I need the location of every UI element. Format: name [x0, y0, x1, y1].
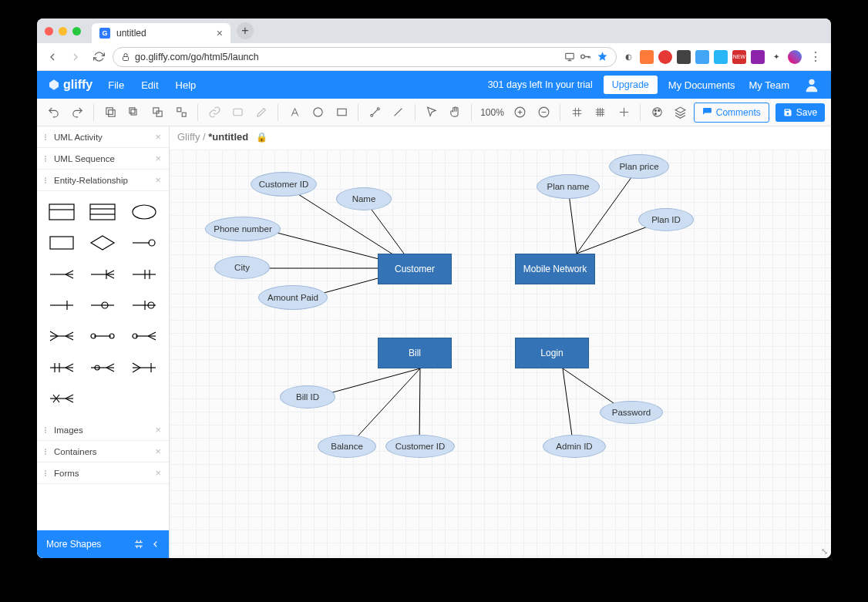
front-button[interactable] [123, 102, 145, 123]
edit-button[interactable] [251, 102, 273, 123]
ext-icon-5[interactable] [714, 50, 728, 64]
close-icon[interactable]: × [155, 424, 161, 436]
attr-password[interactable]: Password [600, 401, 663, 424]
reload-button[interactable] [89, 48, 108, 66]
avatar-icon[interactable] [788, 50, 802, 64]
key-icon[interactable] [580, 52, 592, 61]
minimize-window-icon[interactable] [59, 27, 67, 35]
attr-name[interactable]: Name [336, 187, 392, 210]
attr-plan-id[interactable]: Plan ID [638, 208, 694, 231]
text-tool[interactable] [284, 102, 305, 123]
kebab-menu[interactable]: ⋮ [806, 48, 825, 66]
grid-small-button[interactable] [566, 102, 587, 123]
shape-x-crow[interactable] [42, 385, 82, 412]
user-icon[interactable] [803, 76, 820, 93]
connector-tool[interactable] [364, 102, 385, 123]
popup-button[interactable] [227, 102, 249, 123]
forward-button[interactable] [66, 48, 85, 66]
comments-button[interactable]: Comments [694, 103, 769, 123]
grid-large-button[interactable] [590, 102, 611, 123]
puzzle-icon[interactable]: ✦ [769, 50, 783, 64]
back-button[interactable] [43, 48, 62, 66]
attr-balance[interactable]: Balance [318, 435, 376, 458]
shape-diamond[interactable] [83, 230, 123, 256]
shape-circ-bar[interactable] [83, 292, 123, 318]
close-window-icon[interactable] [45, 27, 53, 35]
scroll-corner-icon[interactable]: ⤡ [819, 546, 829, 557]
shape-bar[interactable] [42, 292, 82, 318]
sidebar-section-uml-sequence[interactable]: UML Sequence× [37, 148, 169, 170]
zoom-out-button[interactable] [533, 102, 555, 123]
attr-phone[interactable]: Phone number [205, 217, 281, 241]
shape-rect[interactable] [42, 230, 82, 256]
zoom-in-button[interactable] [510, 102, 531, 123]
entity-bill[interactable]: Bill [378, 338, 452, 368]
address-bar[interactable]: go.gliffy.com/go/html5/launch [113, 47, 617, 67]
more-shapes-button[interactable]: More Shapes [37, 530, 169, 558]
sidebar-section-forms[interactable]: Forms× [37, 462, 169, 484]
desktop-icon[interactable] [564, 52, 575, 62]
star-icon[interactable] [597, 51, 608, 62]
attr-plan-name[interactable]: Plan name [537, 174, 600, 199]
group-button[interactable] [171, 102, 193, 123]
close-icon[interactable]: × [155, 174, 161, 186]
attr-plan-price[interactable]: Plan price [609, 154, 669, 179]
close-icon[interactable]: × [155, 446, 161, 457]
attr-bill-id[interactable]: Bill ID [280, 385, 335, 409]
attr-city[interactable]: City [214, 256, 270, 279]
undo-button[interactable] [43, 102, 65, 123]
copy-button[interactable] [99, 102, 121, 123]
maximize-window-icon[interactable] [72, 27, 81, 35]
link-button[interactable] [204, 102, 225, 123]
sidebar-section-containers[interactable]: Containers× [37, 441, 169, 462]
rect-tool[interactable] [331, 102, 353, 123]
lock-icon[interactable]: 🔒 [256, 132, 267, 143]
ext-icon-4[interactable] [695, 50, 709, 64]
close-icon[interactable]: × [155, 467, 161, 479]
back-button-layer[interactable] [147, 102, 169, 123]
shape-dbl-o[interactable] [83, 323, 123, 349]
ext-icon-3[interactable] [677, 50, 691, 64]
save-button[interactable]: Save [775, 103, 825, 122]
shape-o-crow[interactable] [124, 323, 164, 349]
entity-mobile-network[interactable]: Mobile Network [515, 254, 595, 284]
canvas-grid[interactable]: Customer Mobile Network Bill Login Custo… [170, 150, 831, 558]
layers-button[interactable] [670, 102, 691, 123]
shape-crow3[interactable] [124, 261, 164, 288]
ext-new-icon[interactable]: NEW [732, 50, 746, 64]
my-team-link[interactable]: My Team [749, 79, 790, 91]
close-icon[interactable]: × [155, 131, 161, 143]
snap-button[interactable] [614, 102, 635, 123]
shape-crow2[interactable] [83, 261, 123, 288]
menu-help[interactable]: Help [176, 79, 197, 91]
shape-multi3[interactable] [124, 354, 164, 380]
shape-ellipse[interactable] [124, 199, 164, 225]
pan-tool[interactable] [444, 102, 466, 123]
sidebar-section-uml-activity[interactable]: UML Activity× [37, 126, 169, 148]
canvas[interactable]: Gliffy / *untitled 🔒 [170, 126, 831, 558]
upgrade-button[interactable]: Upgrade [604, 76, 658, 94]
shape-multi1[interactable] [42, 354, 82, 380]
attr-amount-paid[interactable]: Amount Paid [258, 285, 328, 310]
entity-login[interactable]: Login [515, 338, 589, 368]
new-tab-button[interactable]: + [237, 22, 254, 39]
attr-admin-id[interactable]: Admin ID [543, 435, 606, 458]
ellipse-tool[interactable] [308, 102, 329, 123]
gliffy-logo[interactable]: gliffy [48, 78, 93, 92]
entity-customer[interactable]: Customer [378, 254, 452, 284]
shape-table[interactable] [42, 199, 82, 225]
pointer-tool[interactable] [421, 102, 442, 123]
redo-button[interactable] [67, 102, 89, 123]
sidebar-section-er[interactable]: Entity-Relationship× [37, 170, 169, 191]
moon-icon[interactable]: ◐ [621, 50, 635, 64]
shape-crow1[interactable] [42, 261, 82, 288]
menu-edit[interactable]: Edit [141, 79, 158, 91]
attr-customer-id2[interactable]: Customer ID [385, 435, 455, 458]
theme-button[interactable] [646, 102, 668, 123]
my-documents-link[interactable]: My Documents [668, 79, 735, 91]
ext-icon-1[interactable] [640, 50, 654, 64]
shape-multi2[interactable] [83, 354, 123, 380]
shape-circ2[interactable] [124, 292, 164, 318]
tab-close-icon[interactable]: × [217, 27, 223, 39]
ext-icon-2[interactable] [658, 50, 672, 64]
